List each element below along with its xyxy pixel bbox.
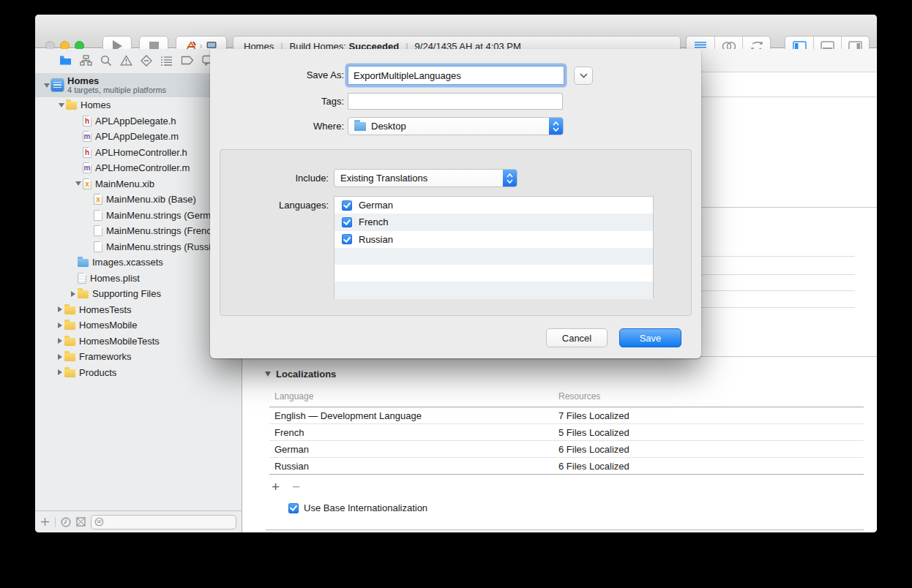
disclosure-triangle[interactable] bbox=[55, 338, 64, 344]
project-subtitle: 4 targets, multiple platforms bbox=[67, 86, 166, 95]
tree-item-label: Images.xcassets bbox=[92, 257, 163, 268]
filter-input[interactable] bbox=[91, 515, 236, 529]
filter-icon bbox=[94, 517, 104, 527]
save-as-input[interactable] bbox=[348, 66, 564, 85]
search-navigator-icon[interactable] bbox=[100, 55, 112, 67]
debug-navigator-icon[interactable] bbox=[160, 56, 173, 66]
table-row[interactable]: French 5 Files Localized bbox=[269, 424, 864, 441]
language-label: French bbox=[359, 216, 388, 227]
where-value: Desktop bbox=[371, 121, 406, 132]
column-language: Language bbox=[269, 391, 313, 402]
test-navigator-icon[interactable] bbox=[141, 55, 152, 67]
issue-navigator-icon[interactable] bbox=[120, 55, 132, 66]
table-row[interactable]: English — Development Language 7 Files L… bbox=[269, 407, 864, 424]
language-row[interactable]: Russian bbox=[334, 231, 653, 248]
remove-localization-button[interactable]: − bbox=[292, 479, 300, 495]
source-file-icon: m bbox=[83, 131, 91, 142]
cancel-button[interactable]: Cancel bbox=[546, 328, 608, 347]
header-file-icon: h bbox=[83, 147, 91, 158]
table-row[interactable]: Russian 6 Files Localized bbox=[269, 458, 864, 475]
tree-item-label: MainMenu.xib bbox=[95, 178, 154, 189]
section-title: Localizations bbox=[276, 369, 336, 380]
tree-item-folder[interactable]: Products bbox=[35, 365, 242, 381]
export-localizations-sheet: Save As: Tags: Where: Desktop Include: E… bbox=[210, 49, 701, 358]
desktop-folder-icon bbox=[354, 122, 366, 131]
strings-file-icon bbox=[94, 210, 102, 221]
folder-icon bbox=[64, 306, 75, 314]
tree-item-label: APLAppDelegate.m bbox=[95, 131, 179, 142]
include-label: Include: bbox=[220, 173, 329, 184]
language-row[interactable]: German bbox=[334, 197, 653, 214]
tree-item-label: Products bbox=[79, 367, 116, 378]
tree-item-label: MainMenu.xib (Base) bbox=[106, 194, 196, 205]
disclosure-triangle[interactable] bbox=[55, 354, 64, 360]
tree-item-label: HomesTests bbox=[79, 304, 132, 315]
language-row[interactable]: French bbox=[334, 214, 653, 230]
save-as-label: Save As: bbox=[220, 69, 344, 80]
tree-item-label: APLHomeController.h bbox=[95, 147, 187, 158]
folder-icon bbox=[64, 369, 75, 377]
tree-item-label: Homes.plist bbox=[90, 273, 140, 284]
where-popup[interactable]: Desktop bbox=[348, 117, 564, 135]
include-value: Existing Translations bbox=[340, 173, 427, 184]
language-checkbox[interactable] bbox=[342, 200, 352, 211]
breakpoint-navigator-icon[interactable] bbox=[181, 56, 194, 65]
disclosure-triangle[interactable] bbox=[55, 306, 64, 312]
plist-file-icon bbox=[78, 273, 86, 284]
tree-item-label: MainMenu.strings (Russian) bbox=[106, 241, 225, 252]
localizations-section: Localizations Language Resources English… bbox=[269, 369, 864, 380]
folder-icon bbox=[66, 102, 77, 110]
add-file-icon[interactable] bbox=[40, 517, 50, 527]
folder-icon bbox=[64, 322, 75, 330]
strings-file-icon bbox=[94, 241, 102, 252]
toolbar: › Homes | Build Homes: Succeeded | 9/24/… bbox=[35, 15, 877, 48]
xib-file-icon: x bbox=[94, 194, 102, 205]
tree-item-label: Homes bbox=[81, 99, 111, 110]
disclosure-triangle[interactable] bbox=[73, 181, 83, 186]
use-base-internationalization-label: Use Base Internationalization bbox=[304, 502, 427, 513]
strings-file-icon bbox=[94, 225, 102, 236]
project-name: Homes bbox=[67, 76, 166, 86]
localizations-header[interactable]: Localizations bbox=[269, 369, 864, 380]
language-checkbox[interactable] bbox=[342, 217, 352, 227]
xcode-project-icon bbox=[51, 79, 64, 91]
tree-item-label: Frameworks bbox=[79, 351, 132, 362]
source-control-filter-icon[interactable] bbox=[76, 517, 86, 527]
localizations-table: English — Development Language 7 Files L… bbox=[269, 407, 864, 475]
languages-label: Languages: bbox=[220, 200, 329, 211]
add-localization-button[interactable]: + bbox=[272, 479, 280, 495]
include-popup[interactable]: Existing Translations bbox=[334, 169, 517, 187]
expand-sheet-button[interactable] bbox=[574, 67, 593, 85]
navigator-filter-bar bbox=[35, 510, 242, 532]
source-file-icon: m bbox=[83, 162, 91, 173]
project-navigator-icon[interactable] bbox=[59, 55, 72, 66]
languages-list: German French Russian bbox=[334, 196, 654, 298]
save-button[interactable]: Save bbox=[619, 328, 681, 347]
language-checkbox[interactable] bbox=[342, 234, 352, 244]
popup-stepper-icon bbox=[549, 118, 563, 135]
asset-catalog-icon bbox=[78, 259, 89, 267]
tree-item-label: MainMenu.strings (German) bbox=[106, 210, 225, 221]
disclosure-triangle[interactable] bbox=[55, 323, 64, 328]
tags-input[interactable] bbox=[348, 93, 563, 110]
tree-item-label: HomesMobile bbox=[79, 320, 137, 331]
symbol-navigator-icon[interactable] bbox=[80, 55, 92, 66]
use-base-internationalization-checkbox[interactable] bbox=[288, 503, 299, 513]
table-row[interactable]: German 6 Files Localized bbox=[269, 441, 864, 458]
language-label: German bbox=[359, 200, 393, 211]
header-file-icon: h bbox=[83, 116, 91, 127]
tree-item-label: HomesMobileTests bbox=[79, 336, 160, 347]
tree-item-label: Supporting Files bbox=[92, 288, 161, 299]
disclosure-triangle[interactable] bbox=[56, 103, 66, 108]
tags-label: Tags: bbox=[220, 96, 344, 107]
where-label: Where: bbox=[220, 121, 344, 132]
xib-file-icon: x bbox=[83, 178, 91, 189]
disclosure-triangle[interactable] bbox=[55, 369, 64, 375]
folder-icon bbox=[64, 338, 75, 346]
export-options-panel: Include: Existing Translations Languages… bbox=[220, 149, 692, 316]
localizations-table-header: Language Resources bbox=[269, 391, 864, 407]
recent-files-filter-icon[interactable] bbox=[61, 517, 71, 527]
disclosure-triangle[interactable] bbox=[42, 83, 51, 88]
disclosure-triangle[interactable] bbox=[68, 291, 78, 297]
popup-stepper-icon bbox=[503, 170, 517, 186]
